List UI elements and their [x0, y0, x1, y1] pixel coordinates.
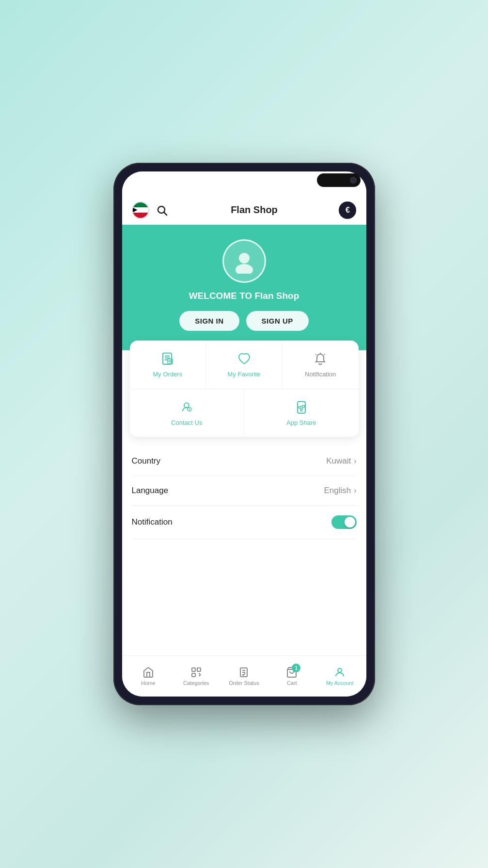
svg-rect-25 — [192, 673, 195, 677]
svg-point-30 — [338, 668, 342, 672]
order-status-nav-label: Order Status — [229, 680, 259, 686]
cart-nav-label: Cart — [287, 680, 297, 686]
svg-point-3 — [236, 264, 253, 274]
nav-item-order-status[interactable]: Order Status — [220, 663, 268, 690]
phone-frame: Flan Shop € WELCOME TO Flan Shop SIGN IN… — [113, 163, 375, 705]
svg-rect-23 — [192, 668, 195, 671]
notification-row: Notification — [132, 506, 357, 539]
svg-point-15 — [189, 410, 190, 411]
avatar — [222, 239, 266, 283]
sign-in-button[interactable]: SIGN IN — [179, 311, 239, 331]
search-button[interactable] — [154, 202, 170, 218]
welcome-text: WELCOME TO Flan Shop — [189, 291, 299, 301]
svg-point-18 — [302, 405, 304, 408]
svg-line-19 — [301, 408, 303, 410]
notification-toggle[interactable] — [331, 515, 357, 529]
country-row[interactable]: Country Kuwait › — [132, 447, 357, 476]
language-row[interactable]: Language English › — [132, 476, 357, 506]
kuwait-flag[interactable] — [132, 202, 149, 219]
profile-button[interactable]: € — [339, 202, 356, 219]
categories-nav-label: Categories — [183, 680, 209, 686]
notification-settings-label: Notification — [132, 517, 173, 527]
nav-item-cart[interactable]: 1 Cart — [268, 663, 316, 690]
camera-pill — [317, 173, 361, 187]
menu-item-my-orders[interactable]: My Orders — [130, 341, 206, 388]
menu-item-my-favorite[interactable]: My Favorite — [206, 341, 283, 388]
menu-item-app-share[interactable]: App Share — [244, 389, 359, 437]
menu-item-contact-us[interactable]: Contact Us — [130, 389, 245, 437]
menu-row-1: My Orders My Favorite Notification — [130, 341, 359, 389]
camera-dot — [350, 177, 357, 184]
my-favorite-label: My Favorite — [228, 371, 261, 378]
app-share-label: App Share — [286, 419, 316, 426]
my-orders-label: My Orders — [153, 371, 183, 378]
app-header: Flan Shop € — [122, 196, 366, 225]
nav-item-my-account[interactable]: My Account — [316, 663, 364, 690]
country-value[interactable]: Kuwait › — [326, 456, 356, 466]
home-nav-label: Home — [141, 680, 155, 686]
language-value[interactable]: English › — [324, 486, 356, 496]
menu-row-2: Contact Us App Share — [130, 389, 359, 437]
phone-screen: Flan Shop € WELCOME TO Flan Shop SIGN IN… — [122, 171, 366, 697]
language-label: Language — [132, 486, 169, 496]
nav-item-categories[interactable]: Categories — [172, 663, 220, 690]
svg-line-22 — [300, 408, 301, 409]
country-label: Country — [132, 456, 161, 466]
notification-label: Notification — [305, 371, 336, 378]
cart-wrapper: 1 — [286, 666, 298, 678]
header-left — [132, 202, 170, 219]
menu-item-notification[interactable]: Notification — [283, 341, 359, 388]
welcome-banner: WELCOME TO Flan Shop SIGN IN SIGN UP — [122, 225, 366, 350]
my-account-nav-label: My Account — [326, 680, 354, 686]
sign-up-button[interactable]: SIGN UP — [246, 311, 309, 331]
svg-line-1 — [164, 212, 167, 215]
language-chevron: › — [354, 486, 356, 495]
auth-buttons: SIGN IN SIGN UP — [179, 311, 309, 331]
settings-section: Country Kuwait › Language English › Noti… — [122, 447, 366, 655]
bottom-nav: Home Categories Order Status — [122, 655, 366, 697]
app-title: Flan Shop — [231, 204, 278, 216]
country-chevron: › — [354, 457, 356, 465]
menu-card: My Orders My Favorite Notification — [130, 341, 359, 437]
svg-rect-24 — [197, 668, 201, 671]
svg-point-17 — [300, 409, 302, 411]
contact-us-label: Contact Us — [171, 419, 202, 426]
toggle-knob — [345, 517, 355, 527]
svg-point-2 — [239, 253, 250, 264]
cart-badge: 1 — [292, 664, 300, 672]
nav-item-home[interactable]: Home — [125, 663, 173, 690]
